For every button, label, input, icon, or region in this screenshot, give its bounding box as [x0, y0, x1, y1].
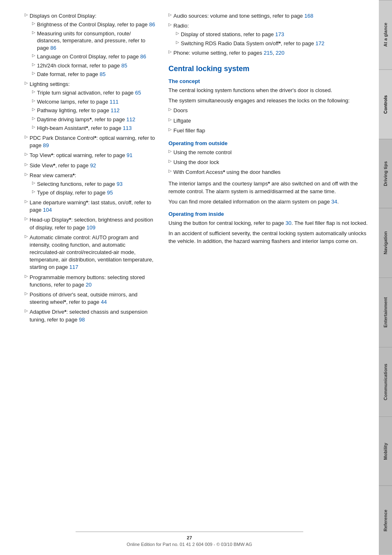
tab-mobility[interactable]: Mobility — [379, 416, 392, 486]
page-link[interactable]: 104 — [43, 207, 52, 213]
list-item-text: With Comfort Access* using the door hand… — [173, 169, 371, 176]
list-item-text: Programmable memory buttons: selecting s… — [30, 274, 156, 289]
arrow-icon: ▷ — [25, 216, 28, 221]
outside-paragraph-1: The interior lamps and the courtesy lamp… — [168, 180, 371, 196]
page-link[interactable]: 34 — [331, 199, 337, 205]
tab-entertainment[interactable]: Entertainment — [379, 278, 392, 347]
list-item: ▷ Daytime driving lamps*, refer to page … — [32, 116, 156, 123]
list-item-text: Triple turn signal activation, refer to … — [37, 89, 156, 97]
list-item: ▷ Switching RDS Radio Data System on/off… — [176, 40, 371, 47]
page-link[interactable]: 173 — [275, 31, 284, 37]
list-item-text: Date format, refer to page 85 — [37, 71, 156, 78]
page-link[interactable]: 30 — [286, 220, 291, 226]
arrow-icon: ▷ — [25, 172, 28, 176]
arrow-icon: ▷ — [25, 308, 28, 313]
arrow-icon: ▷ — [32, 89, 35, 94]
tab-driving-tips[interactable]: Driving tips — [379, 139, 392, 208]
list-item: ▷ Displays on Control Display: ▷ Brightn… — [25, 12, 156, 78]
arrow-icon: ▷ — [32, 71, 35, 75]
list-item-text: Language on Control Display, refer to pa… — [37, 53, 156, 60]
audio-list: ▷ Audio sources: volume and tone setting… — [168, 12, 371, 57]
list-item-text: Measuring units for consumption, route/ … — [37, 30, 156, 52]
page-link[interactable]: 93 — [117, 181, 122, 187]
tab-navigation[interactable]: Navigation — [379, 208, 392, 278]
tab-reference[interactable]: Reference — [379, 486, 392, 555]
arrow-icon: ▷ — [168, 127, 172, 132]
page-link[interactable]: 89 — [43, 142, 49, 148]
outside-heading: Operating from outside — [168, 140, 371, 146]
page-link[interactable]: 215 — [264, 50, 273, 56]
list-item-text: High-beam Assistant*, refer to page 113 — [37, 125, 156, 132]
page-link[interactable]: 112 — [111, 107, 120, 113]
page-link[interactable]: 111 — [110, 99, 119, 105]
arrow-icon: ▷ — [25, 134, 28, 139]
page-link[interactable]: 112 — [127, 116, 136, 123]
list-item-text: Radio: — [173, 22, 371, 30]
list-item: ▷ Fuel filler flap — [168, 127, 371, 134]
list-item-text: Display of stored stations, refer to pag… — [181, 31, 371, 38]
left-column: ▷ Displays on Control Display: ▷ Brightn… — [25, 12, 164, 539]
list-item-text: Selecting functions, refer to page 93 — [37, 180, 156, 188]
page-link[interactable]: 95 — [107, 190, 113, 196]
list-item: ▷ Liftgate — [168, 117, 371, 125]
arrow-icon: ▷ — [32, 125, 35, 129]
page-link[interactable]: 65 — [135, 90, 141, 96]
page-link[interactable]: 85 — [121, 62, 127, 69]
list-item-text: Liftgate — [173, 117, 371, 125]
list-item: ▷ Adaptive Drive*: selected chassis and … — [25, 308, 156, 323]
list-item: ▷ Language on Control Display, refer to … — [32, 53, 156, 60]
arrow-icon: ▷ — [32, 30, 35, 35]
page-link[interactable]: 98 — [79, 317, 85, 323]
page-link[interactable]: 109 — [87, 224, 96, 231]
list-item-text: 12h/24h clock format, refer to page 85 — [37, 62, 156, 69]
page-link[interactable]: 172 — [316, 40, 325, 46]
list-item-text: Phone: volume setting, refer to pages 21… — [173, 49, 371, 57]
page-link[interactable]: 44 — [101, 299, 106, 305]
page-link[interactable]: 86 — [51, 45, 56, 51]
outside-list: ▷ Using the remote control ▷ Using the d… — [168, 149, 371, 176]
list-item-text: Daytime driving lamps*, refer to page 11… — [37, 116, 156, 123]
tab-at-a-glance[interactable]: At a glance — [379, 0, 392, 69]
list-item: ▷ PDC Park Distance Control*: optical wa… — [25, 134, 156, 149]
page-link[interactable]: 20 — [86, 282, 92, 288]
list-item-text: Audio sources: volume and tone settings,… — [173, 12, 371, 20]
arrow-icon: ▷ — [25, 291, 28, 296]
list-item: ▷ Type of display, refer to page 95 — [32, 189, 156, 197]
page-link[interactable]: 92 — [90, 162, 96, 169]
page-container: ▷ Displays on Control Display: ▷ Brightn… — [0, 0, 392, 555]
list-item-text: PDC Park Distance Control*: optical warn… — [30, 134, 156, 149]
concept-paragraph-2: The system simultaneously engages and re… — [168, 97, 371, 105]
outside-paragraph-2: You can find more detailed information o… — [168, 198, 371, 206]
page-link[interactable]: 168 — [304, 13, 314, 19]
page-link[interactable]: 220 — [276, 50, 285, 56]
sub-list: ▷ Display of stored stations, refer to p… — [168, 31, 371, 47]
page-link[interactable]: 113 — [123, 125, 132, 131]
sidebar-tabs: At a glance Controls Driving tips Naviga… — [379, 0, 392, 555]
list-item: ▷ Lighting settings: ▷ Triple turn signa… — [25, 81, 156, 132]
footer-text: Online Edition for Part no. 01 41 2 604 … — [0, 542, 379, 547]
page-link[interactable]: 117 — [69, 264, 78, 270]
left-list: ▷ Displays on Control Display: ▷ Brightn… — [25, 12, 156, 324]
list-item: ▷ Using the door lock — [168, 159, 371, 166]
list-item-text: Using the door lock — [173, 159, 371, 166]
page-link[interactable]: 86 — [140, 53, 146, 60]
page-link[interactable]: 86 — [149, 21, 155, 28]
tab-communications[interactable]: Communications — [379, 347, 392, 416]
arrow-icon: ▷ — [25, 274, 28, 278]
list-item: ▷ With Comfort Access* using the door ha… — [168, 169, 371, 176]
list-item: ▷ Programmable memory buttons: selecting… — [25, 274, 156, 289]
concept-list: ▷ Doors ▷ Liftgate ▷ Fuel filler flap — [168, 107, 371, 134]
page-link[interactable]: 91 — [127, 152, 132, 158]
arrow-icon: ▷ — [25, 162, 28, 166]
list-item: ▷ Positions of driver's seat, outside mi… — [25, 291, 156, 306]
arrow-icon: ▷ — [176, 31, 179, 35]
list-item-text: Welcome lamps, refer to page 111 — [37, 98, 156, 106]
page-link[interactable]: 85 — [99, 71, 105, 77]
arrow-icon: ▷ — [168, 159, 172, 163]
list-item-text: Using the remote control — [173, 149, 371, 156]
concept-paragraph-1: The central locking system functions whe… — [168, 87, 371, 95]
arrow-icon: ▷ — [25, 12, 28, 17]
list-item: ▷ Doors — [168, 107, 371, 114]
tab-controls[interactable]: Controls — [379, 69, 392, 139]
list-item-text: Switching RDS Radio Data System on/off*,… — [181, 40, 371, 47]
